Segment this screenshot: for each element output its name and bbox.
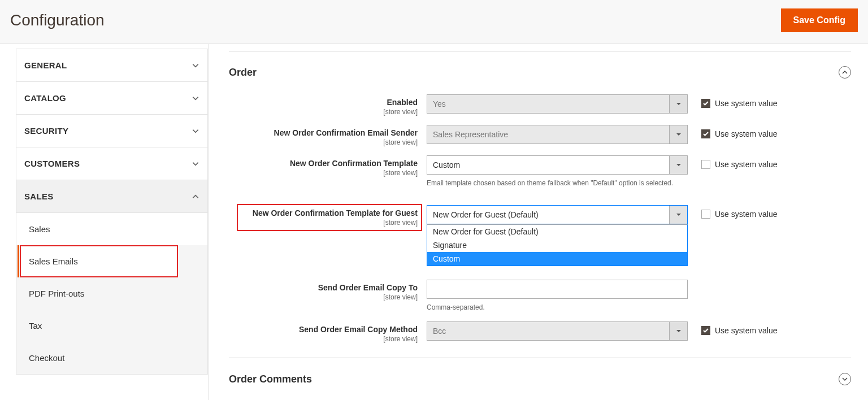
dropdown-option[interactable]: Signature bbox=[427, 238, 687, 252]
config-main: Order Enabled [store view] Yes bbox=[208, 44, 868, 400]
use-system-label: Use system value bbox=[715, 326, 777, 335]
sidebar-item-label: Sales bbox=[29, 224, 50, 234]
save-config-button[interactable]: Save Config bbox=[781, 8, 858, 32]
caret-down-icon bbox=[669, 322, 687, 340]
sidebar-item-label: Tax bbox=[29, 321, 42, 331]
sidebar-item-label: Sales Emails bbox=[29, 256, 78, 266]
sidebar-cat-general[interactable]: GENERAL bbox=[16, 49, 207, 82]
caret-down-icon bbox=[669, 95, 687, 113]
chevron-down-icon bbox=[192, 62, 199, 69]
use-system-label: Use system value bbox=[715, 160, 777, 169]
sidebar-cat-customers[interactable]: CUSTOMERS bbox=[16, 147, 207, 180]
use-system-label: Use system value bbox=[715, 129, 777, 138]
sidebar-item-tax[interactable]: Tax bbox=[16, 310, 207, 342]
sidebar-cat-catalog[interactable]: CATALOG bbox=[16, 82, 207, 115]
select-value: Custom bbox=[433, 160, 460, 169]
sidebar-item-label: Checkout bbox=[29, 353, 64, 363]
sidebar-cat-sales[interactable]: SALES bbox=[16, 180, 207, 213]
sidebar-cat-label: SALES bbox=[24, 192, 54, 201]
scope-label: [store view] bbox=[229, 335, 418, 343]
collapse-icon bbox=[839, 66, 851, 79]
field-label: New Order Confirmation Template for Gues… bbox=[253, 208, 418, 218]
sidebar-cat-label: GENERAL bbox=[24, 60, 67, 70]
field-label: Enabled bbox=[387, 98, 418, 107]
sidebar-item-label: PDF Print-outs bbox=[29, 289, 84, 298]
caret-down-icon bbox=[669, 206, 687, 224]
use-system-label: Use system value bbox=[715, 210, 777, 219]
sidebar-cat-security[interactable]: SECURITY bbox=[16, 115, 207, 147]
field-template: New Order Confirmation Template [store v… bbox=[229, 151, 851, 193]
enabled-select: Yes bbox=[427, 94, 688, 114]
field-copy-to: Send Order Email Copy To [store view] Co… bbox=[229, 275, 851, 317]
page-title: Configuration bbox=[10, 11, 105, 29]
copy-to-input[interactable] bbox=[427, 280, 688, 299]
scope-label: [store view] bbox=[229, 293, 418, 301]
scope-label: [store view] bbox=[229, 108, 418, 116]
scope-label: [store view] bbox=[241, 219, 418, 227]
select-value: Sales Representative bbox=[433, 130, 508, 139]
field-label: Send Order Email Copy Method bbox=[299, 325, 418, 334]
sidebar-cat-label: CUSTOMERS bbox=[24, 159, 80, 168]
config-sidebar: GENERAL CATALOG SECURITY CUSTOMERS bbox=[0, 44, 208, 400]
sidebar-item-checkout[interactable]: Checkout bbox=[16, 342, 207, 374]
template-select[interactable]: Custom bbox=[427, 155, 688, 175]
caret-down-icon bbox=[669, 156, 687, 174]
use-system-checkbox[interactable] bbox=[701, 129, 710, 138]
chevron-down-icon bbox=[192, 94, 199, 102]
layout: GENERAL CATALOG SECURITY CUSTOMERS bbox=[0, 44, 868, 400]
select-value: Yes bbox=[433, 99, 446, 108]
use-system-checkbox[interactable] bbox=[701, 210, 710, 219]
section-title: Order bbox=[229, 67, 257, 79]
section-order-header[interactable]: Order bbox=[229, 51, 851, 90]
guest-template-select[interactable]: New Order for Guest (Default) bbox=[427, 205, 688, 224]
section-order-comments-header[interactable]: Order Comments bbox=[229, 358, 851, 397]
page-header: Configuration Save Config bbox=[0, 0, 868, 44]
dropdown-option[interactable]: New Order for Guest (Default) bbox=[427, 225, 687, 238]
use-system-checkbox[interactable] bbox=[701, 326, 710, 335]
sidebar-cat-label: SECURITY bbox=[24, 126, 68, 136]
dropdown-option[interactable]: Custom bbox=[427, 252, 687, 266]
copy-method-select: Bcc bbox=[427, 321, 688, 341]
select-value: Bcc bbox=[433, 327, 446, 336]
use-system-checkbox[interactable] bbox=[701, 99, 710, 108]
chevron-up-icon bbox=[192, 193, 199, 201]
field-sender: New Order Confirmation Email Sender [sto… bbox=[229, 120, 851, 151]
field-note: Email template chosen based on theme fal… bbox=[427, 178, 688, 188]
sidebar-item-sales-emails[interactable]: Sales Emails bbox=[20, 245, 178, 277]
section-title: Order Comments bbox=[229, 373, 312, 385]
sidebar-cat-label: CATALOG bbox=[24, 93, 66, 103]
field-enabled: Enabled [store view] Yes Use syste bbox=[229, 90, 851, 120]
sender-select: Sales Representative bbox=[427, 125, 688, 144]
field-copy-method: Send Order Email Copy Method [store view… bbox=[229, 317, 851, 347]
field-note: Comma-separated. bbox=[427, 302, 688, 312]
section-order-body: Enabled [store view] Yes Use syste bbox=[229, 90, 851, 347]
field-label: Send Order Email Copy To bbox=[318, 283, 418, 292]
select-value: New Order for Guest (Default) bbox=[433, 210, 539, 219]
guest-template-dropdown: New Order for Guest (Default) Signature … bbox=[427, 224, 688, 266]
caret-down-icon bbox=[669, 125, 687, 144]
field-guest-template: New Order Confirmation Template for Gues… bbox=[229, 201, 851, 234]
sidebar-item-pdf-printouts[interactable]: PDF Print-outs bbox=[16, 277, 207, 310]
use-system-checkbox[interactable] bbox=[701, 160, 710, 169]
chevron-down-icon bbox=[192, 127, 199, 135]
use-system-label: Use system value bbox=[715, 99, 777, 108]
sidebar-subitems-sales: Sales Sales Emails PDF Print-outs Tax Ch… bbox=[16, 213, 207, 374]
field-label: New Order Confirmation Email Sender bbox=[274, 128, 418, 137]
field-label: New Order Confirmation Template bbox=[290, 159, 418, 168]
expand-icon bbox=[839, 373, 851, 385]
scope-label: [store view] bbox=[229, 169, 418, 177]
sidebar-item-sales[interactable]: Sales bbox=[16, 213, 207, 245]
scope-label: [store view] bbox=[229, 138, 418, 146]
chevron-down-icon bbox=[192, 160, 199, 168]
